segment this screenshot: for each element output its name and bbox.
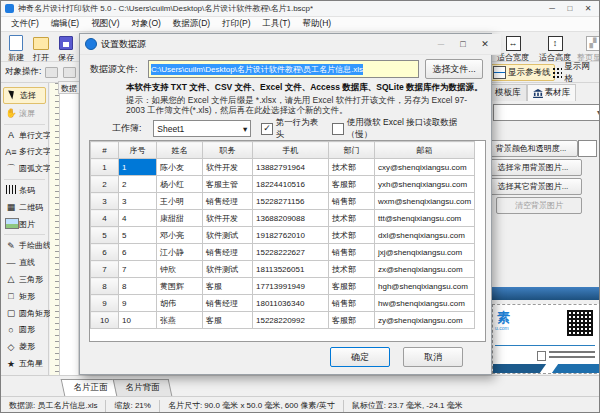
table-cell[interactable]: 黄国辉 [157, 278, 203, 295]
table-cell[interactable]: 销售部 [329, 244, 375, 261]
table-cell[interactable]: dxl@shenqixiangsu.com [375, 227, 475, 244]
choose-file-button[interactable]: 选择文件... [425, 59, 483, 79]
table-cell[interactable]: 9 [119, 295, 157, 312]
column-header[interactable]: 姓名 [157, 142, 203, 159]
table-cell[interactable]: 15228271156 [253, 193, 329, 210]
template-thumbnail-strip[interactable] [490, 287, 600, 300]
table-cell[interactable]: 18113526051 [253, 261, 329, 278]
column-header[interactable]: 职务 [203, 142, 253, 159]
table-cell[interactable]: 软件测试 [203, 227, 253, 244]
sidebar-item-hand[interactable]: ✋滚屏 [3, 106, 46, 121]
table-cell[interactable]: zy@shenqixiangsu.com [375, 312, 475, 329]
table-cell[interactable]: 王小明 [157, 193, 203, 210]
new-button[interactable]: 新建 [4, 33, 28, 65]
table-cell[interactable]: 康甜甜 [157, 210, 203, 227]
table-cell[interactable]: 软件开发 [203, 210, 253, 227]
datasource-file-input[interactable]: C:\Users\cuilm\Desktop\名片设计软件教程\员工名片信息.x… [148, 60, 419, 78]
table-cell[interactable]: 客服部 [329, 176, 375, 193]
canvas-area[interactable] [60, 83, 79, 375]
dialog-minimize-icon[interactable]: ─ [430, 39, 452, 49]
table-cell[interactable]: 张燕 [157, 312, 203, 329]
material-category-select[interactable]: ▾ [493, 104, 600, 121]
dialog-close-icon[interactable]: ✕ [474, 39, 496, 49]
table-cell[interactable]: 8 [119, 278, 157, 295]
sidebar-item-circle[interactable]: ○圆形 [3, 323, 46, 338]
table-cell[interactable]: 销售经理 [203, 193, 253, 210]
table-cell[interactable]: 杨小红 [157, 176, 203, 193]
ungroup-icon[interactable] [63, 67, 76, 78]
table-cell[interactable]: 销售部 [329, 295, 375, 312]
tab-material-library[interactable]: 素材库 [527, 84, 577, 101]
table-cell[interactable]: 软件开发 [203, 159, 253, 176]
column-header[interactable]: 部门 [329, 142, 375, 159]
table-cell[interactable]: 3 [91, 193, 119, 210]
table-cell[interactable]: 5 [91, 227, 119, 244]
table-cell[interactable]: 2 [91, 176, 119, 193]
close-icon[interactable]: ✕ [579, 4, 597, 13]
table-cell[interactable]: 6 [91, 244, 119, 261]
table-cell[interactable]: 邓小亮 [157, 227, 203, 244]
table-cell[interactable]: 客服主管 [203, 176, 253, 193]
ok-button[interactable]: 确定 [330, 347, 390, 367]
save-button[interactable]: 保存 [54, 33, 78, 65]
column-header[interactable]: # [91, 142, 119, 159]
cancel-button[interactable]: 取消 [403, 347, 463, 367]
column-header[interactable]: 邮箱 [375, 142, 475, 159]
sidebar-item-diamond[interactable]: ◇菱形 [3, 339, 46, 354]
table-cell[interactable]: 15228220992 [253, 312, 329, 329]
table-cell[interactable]: 客服部 [329, 312, 375, 329]
table-cell[interactable]: 1 [119, 159, 157, 176]
sidebar-item-image[interactable]: 图片 [3, 217, 46, 232]
excel-api-checkbox[interactable]: 使用微软 Excel 接口读取数据（慢） [332, 117, 474, 141]
bg-button-0[interactable]: 背景颜色和透明度... [484, 140, 578, 157]
sidebar-item-arc-text[interactable]: ⌒圆弧文字 [3, 161, 46, 176]
table-cell[interactable]: 17713991949 [253, 278, 329, 295]
table-cell[interactable]: 技术部 [329, 210, 375, 227]
table-cell[interactable]: 13882791964 [253, 159, 329, 176]
table-cell[interactable]: jxj@shenqixiangsu.com [375, 244, 475, 261]
bg-button-2[interactable]: 选择其它背景图片... [484, 178, 582, 195]
workbook-select[interactable]: Sheet1 ▾ [153, 120, 251, 137]
sidebar-item-barcode[interactable]: 条码 [3, 183, 46, 198]
menu-item[interactable]: 数据源(D) [167, 17, 216, 31]
sidebar-item-qrcode[interactable]: ▦二维码 [3, 200, 46, 215]
table-cell[interactable]: 客服部 [329, 278, 375, 295]
table-cell[interactable]: 销售部 [329, 193, 375, 210]
table-cell[interactable]: 18224410516 [253, 176, 329, 193]
menu-item[interactable]: 编辑(E) [45, 17, 85, 31]
table-cell[interactable]: 3 [119, 193, 157, 210]
sidebar-item-star[interactable]: ★五角星 [3, 356, 46, 371]
table-cell[interactable]: 销售经理 [203, 295, 253, 312]
menu-item[interactable]: 文件(F) [5, 17, 45, 31]
table-cell[interactable]: zx@shenqixiangsu.com [375, 261, 475, 278]
sidebar-item-pencil[interactable]: ✎手绘曲线 [3, 238, 46, 253]
sidebar-item-triangle[interactable]: △三角形 [3, 272, 46, 287]
maximize-icon[interactable]: □ [561, 4, 579, 13]
table-cell[interactable]: 客服 [203, 278, 253, 295]
table-cell[interactable]: 技术部 [329, 227, 375, 244]
table-cell[interactable]: 胡伟 [157, 295, 203, 312]
table-cell[interactable]: 陈小友 [157, 159, 203, 176]
tab-template-library[interactable]: 模板库 [489, 84, 527, 101]
menu-item[interactable]: 工具(T) [256, 17, 296, 31]
table-cell[interactable]: 18011036340 [253, 295, 329, 312]
table-cell[interactable]: 13688209088 [253, 210, 329, 227]
sidebar-item-cursor[interactable]: 选择 [3, 87, 46, 104]
business-card-preview[interactable]: 素 u.com [492, 304, 600, 374]
table-cell[interactable]: 9 [91, 295, 119, 312]
show-grid-toggle[interactable]: 显示网格 [549, 64, 599, 81]
dialog-maximize-icon[interactable]: □ [452, 39, 474, 49]
column-header[interactable]: 序号 [119, 142, 157, 159]
table-cell[interactable]: 钟欣 [157, 261, 203, 278]
table-cell[interactable]: 销售经理 [203, 244, 253, 261]
table-cell[interactable]: 8 [91, 278, 119, 295]
menu-item[interactable]: 视图(V) [85, 17, 125, 31]
open-button[interactable]: 打开 [29, 33, 53, 65]
minimize-icon[interactable]: ─ [543, 4, 561, 13]
bg-button-3[interactable]: 清空背景图片 [496, 197, 582, 214]
sidebar-item-rectangle[interactable]: □矩形 [3, 289, 46, 304]
table-cell[interactable]: wxm@shenqixiangsu.com [375, 193, 475, 210]
table-cell[interactable]: 7 [91, 261, 119, 278]
menu-item[interactable]: 对象(O) [126, 17, 167, 31]
table-cell[interactable]: 客服 [203, 312, 253, 329]
